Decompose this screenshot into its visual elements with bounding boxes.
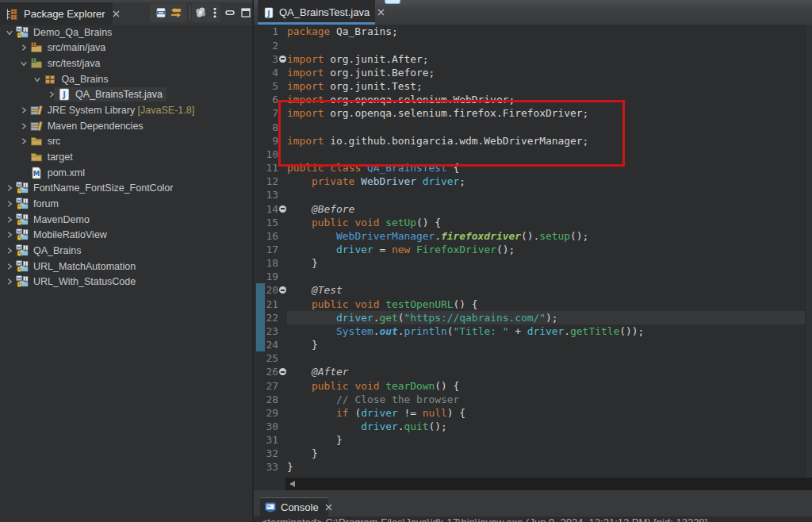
chevron-right-icon[interactable] bbox=[19, 43, 29, 52]
code-line-21[interactable]: 21 public void testOpenURL() { bbox=[254, 297, 812, 311]
code-line-4[interactable]: 4import org.junit.Before; bbox=[254, 66, 812, 79]
code-line-15[interactable]: 15 public void setUp() { bbox=[254, 216, 812, 229]
tree-item-mobileratioview[interactable]: MJMobileRatioView bbox=[0, 228, 251, 244]
tree-item-url-matchautomation[interactable]: MJURL_MatchAutomation bbox=[0, 259, 251, 274]
code-line-19[interactable]: 19 bbox=[254, 270, 812, 283]
code-line-2[interactable]: 2 bbox=[254, 39, 812, 52]
close-icon[interactable] bbox=[112, 10, 121, 18]
chevron-down-icon[interactable] bbox=[5, 28, 14, 37]
scroll-left-arrow-icon[interactable] bbox=[289, 481, 295, 487]
overview-ruler[interactable] bbox=[805, 25, 812, 490]
chevron-down-icon[interactable] bbox=[33, 75, 42, 84]
tree-item-label: URL_MatchAutomation bbox=[33, 261, 136, 272]
selected-tree-item[interactable]: JQA_BrainsTest.java bbox=[54, 87, 167, 102]
code-line-5[interactable]: 5import org.junit.Test; bbox=[254, 79, 812, 93]
code-line-20[interactable]: 20 @Test bbox=[254, 283, 812, 297]
tree-item-src-main-java[interactable]: src/main/java bbox=[0, 40, 251, 56]
code-line-13[interactable]: 13 bbox=[254, 188, 812, 202]
code-line-30[interactable]: 30 driver.quit(); bbox=[254, 420, 812, 433]
code-text: import org.junit.After; bbox=[287, 52, 812, 66]
fold-marker-icon[interactable] bbox=[278, 56, 287, 63]
code-line-22[interactable]: 22 driver.get("https://qabrains.com/"); bbox=[254, 311, 812, 324]
code-text: if (driver != null) { bbox=[287, 406, 812, 420]
line-number: 2 bbox=[254, 40, 278, 52]
tree-item-qa-brains[interactable]: Qa_Brains bbox=[0, 71, 251, 87]
chevron-right-icon[interactable] bbox=[5, 246, 14, 255]
maven-project-icon: MJ bbox=[16, 244, 29, 257]
tree-item-fontname-fontsize-fontcolor[interactable]: MJFontName_FontSize_FontColor bbox=[0, 181, 251, 197]
fold-marker-icon[interactable] bbox=[278, 368, 287, 375]
chevron-right-icon[interactable] bbox=[19, 136, 29, 146]
code-line-12[interactable]: 12 private WebDriver driver; bbox=[254, 175, 812, 188]
horizontal-scrollbar[interactable] bbox=[285, 478, 812, 490]
minimize-icon[interactable] bbox=[224, 6, 236, 19]
pom-file-icon: M bbox=[30, 167, 43, 179]
link-with-editor-icon[interactable] bbox=[170, 6, 182, 19]
code-line-17[interactable]: 17 driver = new FirefoxDriver(); bbox=[254, 243, 812, 256]
code-line-23[interactable]: 23 System.out.println("Title: " + driver… bbox=[254, 324, 812, 338]
code-line-18[interactable]: 18 } bbox=[254, 256, 812, 270]
chevron-right-icon[interactable] bbox=[5, 215, 14, 225]
tree-item-qa-brains[interactable]: MJQA_Brains bbox=[0, 243, 251, 259]
code-line-1[interactable]: 1package Qa_Brains; bbox=[254, 25, 812, 38]
tree-item-url-with-statuscode[interactable]: MJURL_With_StatusCode bbox=[0, 274, 251, 290]
tree-item-pom-xml[interactable]: Mpom.xml bbox=[0, 165, 251, 181]
chevron-right-icon[interactable] bbox=[5, 199, 14, 209]
code-editor[interactable]: 1package Qa_Brains;23import org.junit.Af… bbox=[254, 25, 812, 490]
tree-item-forum[interactable]: MJforum bbox=[0, 196, 251, 212]
fold-marker-icon[interactable] bbox=[278, 286, 287, 294]
line-number: 10 bbox=[254, 148, 278, 160]
code-line-16[interactable]: 16 WebDriverManager.firefoxdriver().setu… bbox=[254, 229, 812, 243]
code-line-29[interactable]: 29 if (driver != null) { bbox=[254, 406, 812, 420]
code-line-31[interactable]: 31 } bbox=[254, 433, 812, 447]
panel-sash[interactable] bbox=[254, 490, 812, 497]
chevron-right-icon[interactable] bbox=[5, 183, 14, 193]
code-line-28[interactable]: 28 // Close the browser bbox=[254, 393, 812, 406]
maven-project-icon: MJ bbox=[16, 260, 29, 273]
folder-icon bbox=[30, 135, 43, 148]
tree-item-jre-system-library-[interactable]: JRE System Library [JavaSE-1.8] bbox=[0, 102, 251, 118]
maximize-icon[interactable] bbox=[239, 6, 252, 19]
no-arrow bbox=[19, 152, 29, 162]
tree-item-maven-dependencies[interactable]: Maven Dependencies bbox=[0, 118, 251, 134]
focus-on-active-task-icon[interactable] bbox=[194, 6, 207, 19]
chevron-right-icon[interactable] bbox=[5, 262, 14, 271]
fold-marker-icon[interactable] bbox=[278, 205, 287, 213]
tree-item-src[interactable]: src bbox=[0, 134, 251, 150]
tree-item-mavendemo[interactable]: MJMavenDemo bbox=[0, 212, 251, 228]
chevron-right-icon[interactable] bbox=[5, 230, 14, 240]
tree-item-target[interactable]: target bbox=[0, 149, 251, 165]
tree-item-qa-brainstest-java[interactable]: JQA_BrainsTest.java bbox=[0, 87, 251, 103]
tree-item-src-test-java[interactable]: src/test/java bbox=[0, 56, 251, 71]
tab-qa-brainstest-java[interactable]: J QA_BrainsTest.java bbox=[258, 0, 375, 25]
editor-tabbar: J QA_BrainsTest.java bbox=[254, 0, 812, 25]
close-icon[interactable] bbox=[324, 503, 333, 512]
view-menu-icon[interactable] bbox=[209, 6, 221, 19]
code-text bbox=[287, 351, 812, 365]
tree-item-demo-qa-brains[interactable]: MJDemo_Qa_Brains bbox=[0, 25, 251, 40]
tab-package-explorer[interactable]: Package Explorer bbox=[0, 2, 113, 25]
tree-item-label: MobileRatioView bbox=[33, 229, 107, 240]
code-line-3[interactable]: 3import org.junit.After; bbox=[254, 52, 812, 66]
chevron-right-icon[interactable] bbox=[19, 121, 29, 131]
code-line-24[interactable]: 24 } bbox=[254, 338, 812, 351]
code-text: } bbox=[287, 338, 812, 351]
chevron-right-icon[interactable] bbox=[5, 277, 14, 286]
line-number: 5 bbox=[254, 80, 278, 92]
collapse-all-icon[interactable] bbox=[155, 6, 167, 19]
maven-project-icon: MJ bbox=[16, 213, 29, 226]
tree-item-label: target bbox=[48, 152, 73, 163]
library-icon bbox=[30, 120, 43, 132]
code-text: private WebDriver driver; bbox=[287, 175, 812, 188]
chevron-down-icon[interactable] bbox=[19, 59, 29, 68]
code-line-26[interactable]: 26 @After bbox=[254, 365, 812, 378]
code-line-25[interactable]: 25 bbox=[254, 351, 812, 365]
code-line-32[interactable]: 32 } bbox=[254, 447, 812, 460]
code-line-33[interactable]: 33} bbox=[254, 460, 812, 474]
tab-console[interactable]: Console bbox=[260, 497, 328, 516]
chevron-right-icon[interactable] bbox=[19, 106, 29, 115]
code-line-27[interactable]: 27 public void tearDown() { bbox=[254, 378, 812, 392]
close-icon[interactable] bbox=[377, 8, 385, 17]
code-line-14[interactable]: 14 @Before bbox=[254, 202, 812, 215]
editor-column: J QA_BrainsTest.java 1package Qa_Brains;… bbox=[254, 0, 812, 522]
